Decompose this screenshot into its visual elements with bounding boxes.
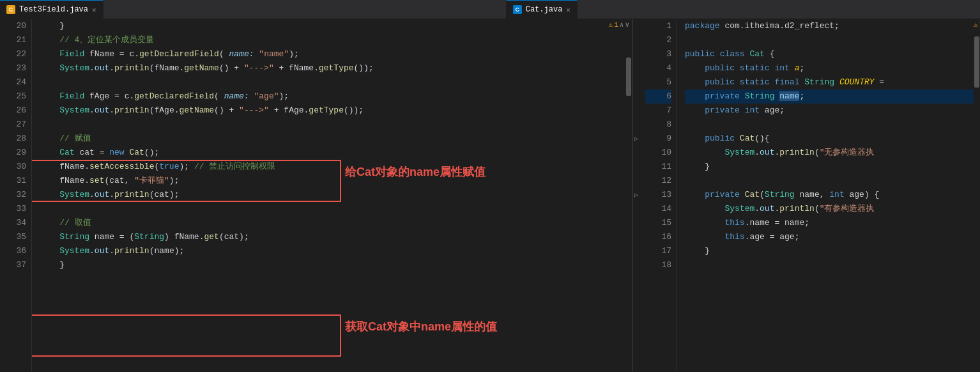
code-line-20: } <box>40 19 625 33</box>
tab-catjava[interactable]: C Cat.java ✕ <box>506 0 578 19</box>
ln-21: 21 <box>0 33 26 47</box>
code-line-27 <box>40 118 625 132</box>
rln-9: 9 <box>645 132 671 146</box>
left-code-content[interactable]: } // 4、定位某个成员变量 Field fName = c.getDecla… <box>32 19 625 372</box>
editors-container: 20 21 22 23 24 25 26 27 28 29 30 31 32 3… <box>0 19 980 372</box>
left-line-numbers: 20 21 22 23 24 25 26 27 28 29 30 31 32 3… <box>0 19 32 372</box>
rcode-line-7: private int age; <box>685 104 974 118</box>
tab-test3field[interactable]: C Test3Field.java ✕ <box>0 0 103 19</box>
code-line-23: System.out.println(fName.getName() + "--… <box>40 61 625 75</box>
rcode-line-16: this.age = age; <box>685 230 974 244</box>
code-line-32: System.out.println(cat); <box>40 188 625 202</box>
rln-17: 17 <box>645 244 671 258</box>
code-line-26: System.out.println(fAge.getName() + "---… <box>40 104 625 118</box>
tab-bar: C Test3Field.java ✕ C Cat.java ✕ <box>0 0 980 19</box>
right-scrollbar[interactable]: ⚠ 7 ∧ ∨ <box>974 19 980 372</box>
rln-8: 8 <box>645 118 671 132</box>
rln-1: 1 <box>645 19 671 33</box>
tab-close-test3field[interactable]: ✕ <box>92 6 96 14</box>
left-scrollbar[interactable]: ⚠ 1 ∧ ∨ <box>625 19 632 372</box>
rcode-line-18 <box>685 258 974 272</box>
rln-3: 3 <box>645 47 671 61</box>
rln-6: 6 <box>645 89 671 104</box>
rcode-line-15: this.name = name; <box>685 216 974 230</box>
ln-25: 25 <box>0 89 26 104</box>
rcode-line-14: System.out.println("有参构造器执 <box>685 202 974 216</box>
right-scrollbar-thumb[interactable] <box>974 36 979 88</box>
rcode-line-10: System.out.println("无参构造器执 <box>685 146 974 160</box>
code-line-37: } <box>40 258 625 272</box>
code-line-30: fName.setAccessible(true); // 禁止访问控制权限 <box>40 160 625 174</box>
tab-label-catjava: Cat.java <box>526 5 563 14</box>
rcode-line-3: public class Cat { <box>685 47 974 61</box>
code-line-33 <box>40 202 625 216</box>
get-annotation-label: 获取Cat对象中name属性的值 <box>345 320 497 334</box>
right-gutter: ▷ ▷ <box>632 19 645 372</box>
ln-28: 28 <box>0 132 26 146</box>
gutter-arrow-9: ▷ <box>634 132 638 146</box>
warning-nav-up-left[interactable]: ∧ <box>620 20 624 29</box>
code-line-25: Field fAge = c.getDeclaredField( name: "… <box>40 89 625 104</box>
ln-36: 36 <box>0 244 26 258</box>
rln-15: 15 <box>645 216 671 230</box>
warning-nav-down-left[interactable]: ∨ <box>625 20 629 29</box>
code-line-34: // 取值 <box>40 216 625 230</box>
ln-30: 30 <box>0 160 26 174</box>
rln-11: 11 <box>645 160 671 174</box>
tab-label-test3field: Test3Field.java <box>19 5 88 14</box>
ln-33: 33 <box>0 202 26 216</box>
right-editor-pane: ▷ ▷ 1 2 3 4 5 6 7 8 9 10 11 12 13 14 15 … <box>632 19 980 372</box>
ln-29: 29 <box>0 146 26 160</box>
ln-34: 34 <box>0 216 26 230</box>
rcode-line-13: private Cat(String name, int age) { <box>685 188 974 202</box>
code-line-29: Cat cat = new Cat(); <box>40 146 625 160</box>
left-code-area: 20 21 22 23 24 25 26 27 28 29 30 31 32 3… <box>0 19 632 372</box>
tab-icon-catjava: C <box>513 5 522 14</box>
rln-5: 5 <box>645 75 671 89</box>
right-code-content[interactable]: package com.itheima.d2_reflect; public c… <box>677 19 974 372</box>
rln-14: 14 <box>645 202 671 216</box>
ln-27: 27 <box>0 118 26 132</box>
gutter-arrow-13: ▷ <box>634 188 638 202</box>
rln-4: 4 <box>645 61 671 75</box>
tab-close-catjava[interactable]: ✕ <box>566 6 570 14</box>
rcode-line-6: private String name; <box>685 89 974 104</box>
code-line-21: // 4、定位某个成员变量 <box>40 33 625 47</box>
right-line-numbers: 1 2 3 4 5 6 7 8 9 10 11 12 13 14 15 16 1… <box>645 19 677 372</box>
ln-32: 32 <box>0 188 26 202</box>
ln-24: 24 <box>0 75 26 89</box>
code-line-28: // 赋值 <box>40 132 625 146</box>
warning-icon-left: ⚠ <box>609 20 613 29</box>
rln-10: 10 <box>645 146 671 160</box>
rcode-line-17: } <box>685 244 974 258</box>
rln-16: 16 <box>645 230 671 244</box>
code-line-24 <box>40 75 625 89</box>
rcode-line-8 <box>685 118 974 132</box>
right-code-area: ▷ ▷ 1 2 3 4 5 6 7 8 9 10 11 12 13 14 15 … <box>632 19 980 372</box>
ln-26: 26 <box>0 104 26 118</box>
rcode-line-2 <box>685 33 974 47</box>
left-scrollbar-thumb[interactable] <box>626 58 631 96</box>
ln-31: 31 <box>0 174 26 188</box>
warning-icon-right: ⚠ <box>974 20 978 29</box>
code-line-22: Field fName = c.getDeclaredField( name: … <box>40 47 625 61</box>
rln-13: 13 <box>645 188 671 202</box>
rln-18: 18 <box>645 258 671 272</box>
rcode-line-9: public Cat(){ <box>685 132 974 146</box>
rcode-line-1: package com.itheima.d2_reflect; <box>685 19 974 33</box>
tab-icon-test3field: C <box>6 5 15 14</box>
code-line-36: System.out.println(name); <box>40 244 625 258</box>
ln-22: 22 <box>0 47 26 61</box>
rcode-line-12 <box>685 174 974 188</box>
code-line-31: fName.set(cat, "卡菲猫"); <box>40 174 625 188</box>
left-editor-pane: 20 21 22 23 24 25 26 27 28 29 30 31 32 3… <box>0 19 632 372</box>
ln-23: 23 <box>0 61 26 75</box>
rln-12: 12 <box>645 174 671 188</box>
ln-37: 37 <box>0 258 26 272</box>
ln-35: 35 <box>0 230 26 244</box>
rcode-line-11: } <box>685 160 974 174</box>
ln-20: 20 <box>0 19 26 33</box>
warning-count-left: 1 <box>614 21 618 29</box>
get-annotation-box <box>32 314 341 357</box>
rcode-line-5: public static final String COUNTRY = <box>685 75 974 89</box>
